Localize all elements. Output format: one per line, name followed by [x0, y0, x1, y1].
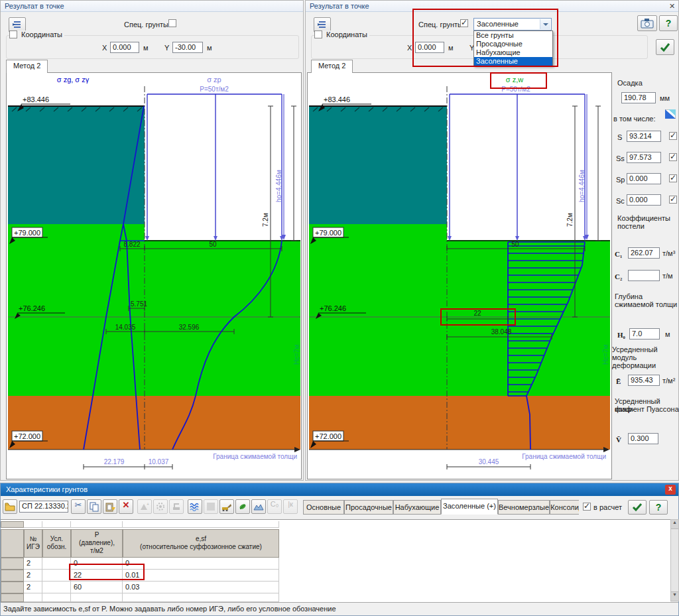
- chevron-down-icon[interactable]: [540, 19, 550, 29]
- cell-r1-p[interactable]: 0: [71, 558, 123, 570]
- scroll-up-icon[interactable]: ▲: [671, 520, 678, 529]
- status-bar: Задайте зависимость e,sf от P. Можно зад…: [1, 602, 678, 615]
- col-header-p[interactable]: P(давление),т/м2: [71, 529, 123, 558]
- row-selector[interactable]: [1, 558, 24, 570]
- col-header-p-line3: т/м2: [72, 547, 122, 555]
- tab-vechnomerzlye[interactable]: Вечномерзлые: [498, 500, 550, 515]
- row-selector-empty[interactable]: [1, 593, 24, 602]
- dropdown-option-nabuhayushchie[interactable]: Набухающие: [474, 48, 552, 57]
- right-pane-title: Результат в точке: [306, 1, 678, 12]
- in-calc-checkbox[interactable]: [583, 503, 591, 511]
- results-sidebar: Осадка 190.78 мм в том числе: S 93.214 S…: [612, 74, 679, 479]
- cell-r1-ige[interactable]: 2: [24, 558, 42, 570]
- ss-value[interactable]: 97.573: [627, 152, 661, 163]
- sp-checkbox[interactable]: [669, 174, 677, 182]
- square-icon: [206, 502, 216, 511]
- c0-button[interactable]: C₀: [267, 499, 282, 514]
- tab-nabuhayushchie[interactable]: Набухающие: [393, 500, 441, 515]
- groundwater-button[interactable]: [188, 499, 202, 514]
- sc-checkbox[interactable]: [669, 196, 677, 204]
- eco-button[interactable]: [235, 499, 250, 514]
- load-label: P=50т/м2: [200, 86, 229, 93]
- col-header-ige-line1: №: [25, 535, 42, 543]
- method-tab-right[interactable]: Метод 2: [311, 60, 353, 73]
- c2-value[interactable]: [628, 270, 660, 281]
- x-input-right[interactable]: 0.000: [415, 42, 444, 53]
- cut-button[interactable]: ✂: [71, 499, 86, 514]
- import-button[interactable]: [169, 499, 184, 514]
- col-header-usl-line1: Усл.: [43, 535, 70, 543]
- col-header-ige[interactable]: №ИГЭ: [24, 529, 42, 558]
- elev-76246: +76.246: [19, 304, 45, 312]
- cell-r3-p[interactable]: 60: [71, 582, 123, 593]
- method-tab-left[interactable]: Метод 2: [6, 60, 48, 73]
- s-value[interactable]: 93.214: [627, 131, 661, 142]
- copy-button[interactable]: [87, 499, 101, 514]
- add-layer-button[interactable]: +: [137, 499, 152, 514]
- help-button[interactable]: ?: [659, 15, 678, 31]
- tab-zasolennye[interactable]: Засоленные (+): [441, 499, 498, 515]
- dim-8822: 8.822: [123, 241, 140, 248]
- k-button[interactable]: |к: [283, 499, 298, 514]
- s-checkbox[interactable]: [669, 132, 677, 140]
- col-header-esf[interactable]: e,sf(относительное суффозионное сжатие): [123, 529, 279, 558]
- cell-r3-ige[interactable]: 2: [24, 582, 42, 593]
- spec-soils-checkbox-right[interactable]: [460, 19, 468, 27]
- snapshot-button[interactable]: [637, 15, 657, 31]
- table-help-button[interactable]: ?: [649, 500, 668, 515]
- cell-r1-esf[interactable]: 0: [123, 558, 279, 570]
- x-input[interactable]: 0.000: [110, 42, 139, 53]
- nu-value[interactable]: 0.300: [628, 433, 658, 444]
- col-header-usl[interactable]: Усл.обозн.: [42, 529, 71, 558]
- excavation-button[interactable]: [219, 499, 234, 514]
- settlement-value[interactable]: 190.78: [621, 92, 656, 103]
- h0-value[interactable]: 7.0: [629, 328, 660, 339]
- soil-type-dropdown[interactable]: Засоленные: [473, 18, 552, 31]
- close-icon[interactable]: ✕: [669, 2, 675, 11]
- cell-r2-usl[interactable]: [42, 570, 71, 582]
- diagram-icon[interactable]: [665, 109, 676, 120]
- cell-r3-esf[interactable]: 0.03: [123, 582, 279, 593]
- scroll-down-icon[interactable]: ▼: [671, 591, 678, 601]
- layer-fill-button[interactable]: [204, 499, 218, 514]
- dropdown-option-all[interactable]: Все грунты: [474, 31, 552, 40]
- cell-r2-ige[interactable]: 2: [24, 570, 42, 582]
- dim-50-right: 50: [511, 241, 519, 248]
- spec-soils-checkbox[interactable]: [168, 19, 176, 27]
- ss-checkbox[interactable]: [669, 153, 677, 161]
- e-value[interactable]: 935.43: [628, 375, 660, 386]
- apply-table-button[interactable]: [628, 500, 647, 515]
- c1-value[interactable]: 262.07: [628, 247, 660, 259]
- coordinates-checkbox[interactable]: [9, 31, 17, 38]
- apply-button[interactable]: [656, 39, 674, 55]
- cell-r3-usl[interactable]: [42, 582, 71, 593]
- dropdown-option-zasolennye[interactable]: Засоленные: [474, 57, 552, 66]
- tab-osnovnye[interactable]: Основные: [303, 500, 344, 515]
- cell-r2-p[interactable]: 22: [71, 570, 123, 582]
- cell-r1-usl[interactable]: [42, 558, 71, 570]
- dim-hc: Hc=7м: [293, 344, 300, 365]
- close-icon[interactable]: x: [665, 485, 676, 495]
- sp-value[interactable]: 0.000: [627, 173, 661, 184]
- tab-prosadochnye[interactable]: Просадочные: [344, 500, 393, 515]
- depth-label-2: сжимаемой толщи: [615, 300, 677, 308]
- spec-soils-label: Спец. грунты: [124, 21, 168, 29]
- norm-code-field[interactable]: СП 22.13330.2: [19, 501, 68, 513]
- row-selector[interactable]: [1, 570, 24, 582]
- y-input[interactable]: -30.00: [172, 42, 203, 53]
- row-selector[interactable]: [1, 582, 24, 593]
- coordinates-checkbox-right[interactable]: [314, 31, 322, 38]
- x-unit-right: м: [448, 44, 454, 52]
- terrain-button[interactable]: [251, 499, 266, 514]
- coordinates-group-label: Координаты: [11, 31, 64, 38]
- open-file-button[interactable]: [3, 499, 17, 514]
- delete-button[interactable]: ✕: [119, 499, 133, 514]
- boundary-label: Граница сжимаемой толщи: [213, 453, 297, 460]
- settings-button[interactable]: [153, 499, 168, 514]
- elev-76246-right: +76.246: [320, 304, 346, 312]
- paste-button[interactable]: [103, 499, 117, 514]
- table-scrollbar[interactable]: ▲ ▼: [670, 519, 679, 601]
- cell-r2-esf[interactable]: 0.01: [123, 570, 279, 582]
- sc-value[interactable]: 0.000: [627, 194, 661, 206]
- dropdown-option-prosadochnye[interactable]: Просадочные: [474, 40, 552, 48]
